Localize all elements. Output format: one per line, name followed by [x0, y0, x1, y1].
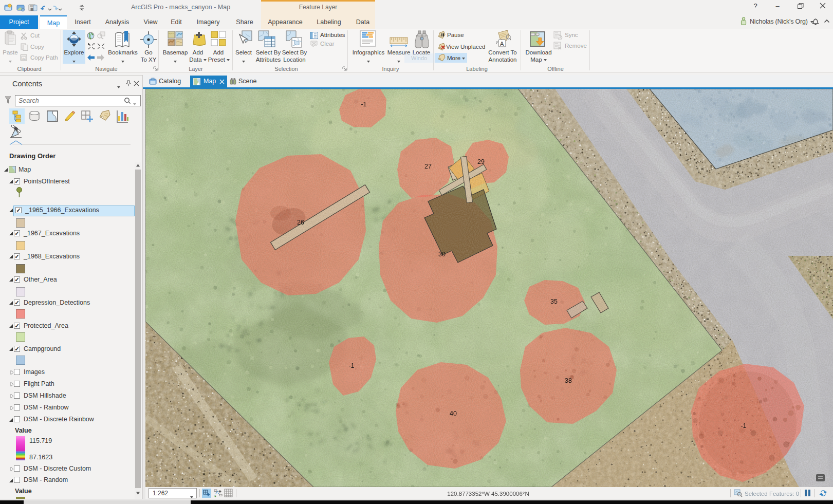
svg-text:40: 40 [450, 410, 457, 417]
svg-text:30: 30 [438, 251, 446, 258]
svg-text:W: W [22, 57, 25, 60]
svg-text:35: 35 [550, 298, 558, 305]
svg-text:-1: -1 [348, 362, 354, 369]
svg-text:-1: -1 [361, 101, 366, 108]
svg-text:26: 26 [297, 219, 304, 226]
svg-text:27: 27 [424, 163, 432, 170]
svg-text:29: 29 [477, 158, 485, 165]
svg-text:38: 38 [565, 377, 572, 384]
svg-text:A: A [500, 41, 504, 47]
svg-text:-1: -1 [741, 422, 746, 430]
